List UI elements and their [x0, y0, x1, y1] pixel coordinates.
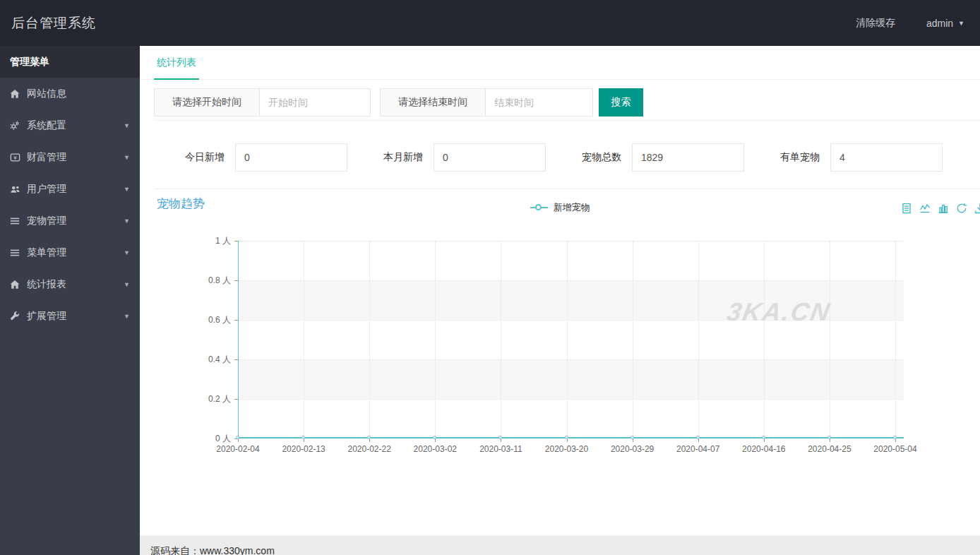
stat-pets-with-orders: 有单宠物 — [749, 143, 948, 172]
x-axis-label: 2020-02-22 — [337, 444, 401, 454]
data-point — [498, 436, 502, 439]
x-axis-label: 2020-04-16 — [732, 444, 796, 454]
sidebar-header: 管理菜单 — [0, 46, 140, 78]
data-point — [762, 436, 765, 439]
h-gridline — [238, 399, 904, 400]
h-gridline — [238, 280, 904, 281]
legend-label: 新增宠物 — [554, 201, 590, 214]
v-gridline — [501, 241, 501, 438]
y-axis-label: 0.8 人 — [185, 275, 231, 287]
chevron-down-icon: ▼ — [124, 154, 130, 161]
chevron-down-icon: ▼ — [124, 313, 130, 320]
y-axis-label: 0.4 人 — [185, 354, 231, 366]
chart-plot: 0 人0.2 人0.4 人0.6 人0.8 人1 人2020-02-042020… — [238, 241, 904, 438]
end-time-addon[interactable]: 请选择结束时间 — [380, 88, 486, 117]
h-gridline — [238, 359, 904, 360]
x-axis-label: 2020-02-13 — [272, 444, 335, 454]
list-icon — [10, 248, 27, 258]
data-point — [696, 436, 700, 439]
end-time-input[interactable] — [486, 88, 593, 117]
wrench-icon — [10, 311, 27, 321]
v-gridline — [698, 241, 699, 438]
user-menu[interactable]: admin ▼ — [926, 18, 964, 29]
bar-chart-icon[interactable] — [938, 203, 949, 214]
list-icon — [10, 216, 27, 226]
stat-pet-total: 宠物总数 — [551, 143, 749, 172]
download-icon[interactable] — [974, 203, 980, 214]
y-axis-label: 0.6 人 — [185, 314, 231, 326]
split-area-band — [238, 241, 904, 280]
sidebar-item-reports[interactable]: 统计报表 ▼ — [0, 268, 140, 300]
chart-toolbox — [901, 203, 980, 214]
sidebar-item-wealth[interactable]: ¥ 财富管理 ▼ — [0, 141, 140, 173]
data-view-icon[interactable] — [901, 203, 912, 214]
page-footer: 源码来自：www.330ym.com — [140, 535, 980, 555]
top-navbar: 后台管理系统 清除缓存 admin ▼ — [0, 0, 980, 46]
pets-with-orders-input[interactable] — [830, 143, 943, 172]
data-point — [827, 436, 831, 439]
legend-line-marker — [530, 207, 548, 208]
x-axis-label: 2020-03-11 — [469, 444, 532, 454]
chevron-down-icon: ▼ — [124, 122, 130, 129]
sidebar: 管理菜单 网站信息 系统配置 ▼ ¥ 财富管理 ▼ 用户管理 ▼ 宠物管理 ▼ … — [0, 46, 140, 555]
v-gridline — [830, 241, 830, 438]
data-point — [433, 436, 436, 439]
x-axis-label: 2020-05-04 — [864, 444, 927, 454]
sidebar-item-pets[interactable]: 宠物管理 ▼ — [0, 205, 140, 237]
svg-text:¥: ¥ — [13, 154, 17, 160]
v-gridline — [764, 241, 765, 438]
data-point — [301, 436, 305, 439]
y-axis-label: 0.2 人 — [185, 393, 231, 405]
main-content: 统计列表 请选择开始时间 请选择结束时间 搜索 今日新增 本月新增 宠物总数 有… — [140, 46, 980, 537]
chevron-down-icon: ▼ — [124, 186, 130, 193]
search-form: 请选择开始时间 请选择结束时间 搜索 — [154, 88, 643, 117]
chevron-down-icon: ▼ — [124, 217, 130, 225]
app-title: 后台管理系统 — [11, 0, 96, 46]
chevron-down-icon: ▼ — [958, 20, 964, 27]
chevron-down-icon: ▼ — [124, 249, 130, 256]
y-axis-tick — [234, 359, 238, 360]
y-axis-tick — [234, 241, 238, 241]
pet-total-input[interactable] — [632, 143, 744, 172]
chart-legend-item[interactable]: 新增宠物 — [140, 201, 980, 214]
x-axis-label: 2020-02-04 — [206, 444, 270, 454]
tab-bar: 统计列表 — [140, 46, 980, 80]
search-button[interactable]: 搜索 — [599, 88, 643, 117]
today-new-input[interactable] — [235, 143, 347, 172]
home-icon — [10, 280, 27, 290]
money-icon: ¥ — [10, 153, 27, 162]
stat-month-new: 本月新增 — [352, 143, 551, 172]
split-area-band — [238, 399, 904, 438]
line-chart-icon[interactable] — [919, 203, 931, 214]
v-gridline — [895, 241, 896, 438]
sidebar-item-menus[interactable]: 菜单管理 ▼ — [0, 237, 140, 268]
v-gridline — [369, 241, 370, 438]
v-gridline — [633, 241, 633, 438]
watermark: 3KA.CN — [724, 297, 885, 327]
data-point — [893, 436, 897, 439]
sidebar-item-system-config[interactable]: 系统配置 ▼ — [0, 109, 140, 141]
home-icon — [10, 89, 27, 99]
x-axis-label: 2020-04-25 — [798, 444, 861, 454]
data-point — [565, 436, 568, 439]
sidebar-item-site-info[interactable]: 网站信息 — [0, 78, 140, 109]
split-area-band — [238, 359, 904, 399]
x-axis-label: 2020-03-29 — [601, 444, 664, 454]
restore-icon[interactable] — [956, 203, 967, 214]
x-axis-label: 2020-04-07 — [667, 444, 730, 454]
stats-row: 今日新增 本月新增 宠物总数 有单宠物 — [154, 143, 948, 172]
sidebar-item-users[interactable]: 用户管理 ▼ — [0, 173, 140, 205]
stat-today-new: 今日新增 — [154, 143, 352, 172]
y-axis-tick — [234, 280, 238, 281]
tab-statistics-list[interactable]: 统计列表 — [154, 46, 199, 80]
y-axis-label: 1 人 — [185, 235, 231, 247]
y-axis-label: 0 人 — [185, 433, 231, 445]
month-new-input[interactable] — [434, 143, 546, 172]
clear-cache-link[interactable]: 清除缓存 — [856, 17, 895, 30]
start-time-addon[interactable]: 请选择开始时间 — [154, 88, 260, 117]
tab-active-underline — [154, 78, 199, 80]
sidebar-item-extensions[interactable]: 扩展管理 ▼ — [0, 300, 140, 332]
x-axis-label: 2020-03-02 — [403, 444, 467, 454]
chevron-down-icon: ▼ — [124, 281, 130, 288]
start-time-input[interactable] — [260, 88, 371, 117]
